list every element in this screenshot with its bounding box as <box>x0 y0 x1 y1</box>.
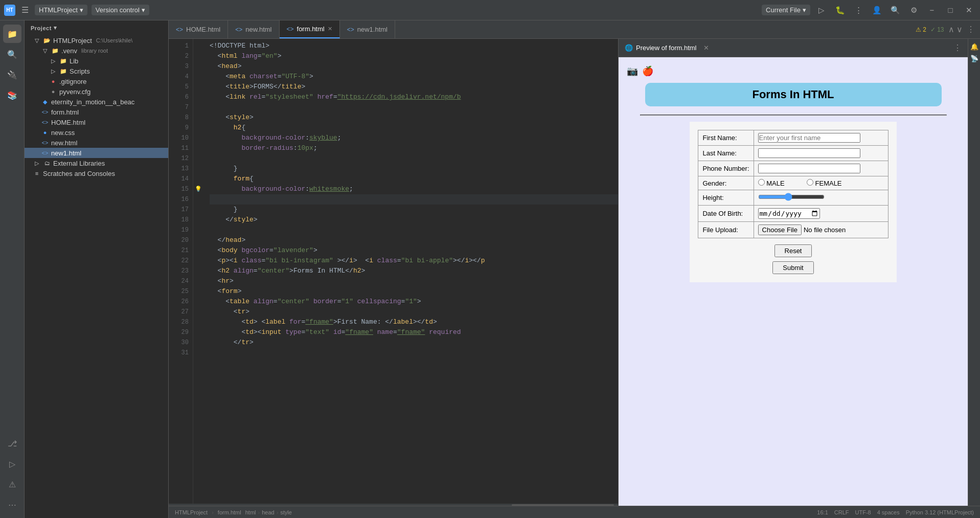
tab-close-icon[interactable]: ✕ <box>328 26 332 32</box>
maximize-button[interactable]: □ <box>943 3 958 17</box>
chevron-right-icon: ▷ <box>49 57 57 65</box>
activity-bar: 📁 🔍 🔌 📚 ⎇ ▷ ⚠ ⋯ <box>0 20 25 518</box>
activity-search-icon[interactable]: 🔍 <box>3 45 21 63</box>
preview-tab: 🌐 Preview of form.html ✕ <box>625 44 709 52</box>
folder-icon: 📁 <box>59 67 67 75</box>
run-button[interactable]: ▷ <box>814 3 829 17</box>
chevron-down-icon: ▾ <box>54 25 57 31</box>
file-icon: ● <box>49 87 57 96</box>
gender-male-radio[interactable] <box>758 179 765 186</box>
tree-item-new1-html[interactable]: <> new1.html <box>25 148 168 158</box>
code-line: } <box>210 164 618 174</box>
code-lines[interactable]: <!DOCTYPE html> <html lang="en"> <head> … <box>203 39 618 504</box>
code-line: <table align="center" border="1" cellspa… <box>210 297 618 307</box>
tree-item-venv[interactable]: ▽ 📁 .venv library root <box>25 46 168 56</box>
preview-content: 📷 🍎 Forms In HTML First Name: <box>619 57 968 506</box>
preview-form-container: Forms In HTML First Name: Last Name: <box>627 83 960 282</box>
language-selector[interactable]: Python 3.12 (HTMLProject) <box>906 509 974 515</box>
file-tree-header: Project ▾ <box>25 20 168 35</box>
tree-item-external-libs[interactable]: ▷ 🗂 External Libraries <box>25 158 168 168</box>
html-file-icon: <> <box>41 139 49 147</box>
dob-input[interactable] <box>758 208 820 219</box>
code-line: <head> <box>210 61 618 72</box>
code-line: </style> <box>210 215 618 225</box>
vcs-selector[interactable]: Version control ▾ <box>92 5 149 15</box>
folder-icon: 📂 <box>43 36 51 44</box>
code-line: <link rel="stylesheet" href="https://cdn… <box>210 92 618 102</box>
tree-item-lib[interactable]: ▷ 📁 Lib <box>25 56 168 66</box>
activity-plugins-icon[interactable]: 🔌 <box>3 65 21 84</box>
more-options-button[interactable]: ⋮ <box>851 3 865 17</box>
profile-button[interactable]: 👤 <box>870 3 884 17</box>
tab-more-button[interactable]: ⚠ 2 ✓ 13 ∧ ∨ ⋮ <box>910 20 980 38</box>
code-line <box>210 348 618 358</box>
search-button[interactable]: 🔍 <box>888 3 902 17</box>
encoding[interactable]: UTF-8 <box>855 509 871 515</box>
gender-female-radio[interactable] <box>807 179 813 186</box>
height-slider[interactable] <box>758 193 825 201</box>
file-status[interactable]: form.html <box>218 509 241 515</box>
code-line <box>210 225 618 235</box>
activity-files-icon[interactable]: 📁 <box>3 25 21 43</box>
form-table: First Name: Last Name: Phone Number: <box>698 130 888 238</box>
activity-git-icon[interactable]: ⎇ <box>3 434 21 453</box>
tree-item-scratches[interactable]: ≡ Scratches and Consoles <box>25 168 168 178</box>
tab-options-icon[interactable]: ⋮ <box>967 25 975 34</box>
tree-item-image[interactable]: ◆ eternity_in_motion__a_beac <box>25 97 168 107</box>
project-selector[interactable]: HTMLProject ▾ <box>35 5 87 15</box>
minimize-button[interactable]: − <box>925 3 939 17</box>
tab-new1-html[interactable]: <> new1.html <box>340 20 395 38</box>
settings-button[interactable]: ⚙ <box>906 3 921 17</box>
instagram-icon: 📷 <box>627 65 638 77</box>
phone-input[interactable] <box>758 164 860 173</box>
tree-item-gitignore[interactable]: ● .gitignore <box>25 76 168 86</box>
activity-notifications-icon[interactable]: ⚠ <box>3 475 21 493</box>
submit-button[interactable]: Submit <box>772 261 813 274</box>
activity-more-icon[interactable]: ⋯ <box>3 496 21 514</box>
code-line: <td> <label for="fname">First Name: </la… <box>210 317 618 327</box>
preview-more-icon[interactable]: ⋮ <box>953 43 962 53</box>
preview-close-icon[interactable]: ✕ <box>703 44 709 52</box>
first-name-input[interactable] <box>758 133 860 143</box>
activity-layers-icon[interactable]: 📚 <box>3 86 21 104</box>
close-button[interactable]: ✕ <box>962 3 976 17</box>
code-editor[interactable]: 12345 678910 1112131415 1617181920 21222… <box>169 39 619 506</box>
tree-item-form-html[interactable]: <> form.html <box>25 107 168 117</box>
preview-form[interactable]: First Name: Last Name: Phone Number: <box>690 122 896 282</box>
gutter-bulb-icon[interactable]: 💡 <box>193 184 203 194</box>
code-line: <form> <box>210 286 618 297</box>
tab-home-html[interactable]: <> HOME.html <box>169 20 228 38</box>
antenna-icon[interactable]: 📡 <box>970 55 978 62</box>
reset-button[interactable]: Reset <box>774 244 812 257</box>
editor-preview-split: 12345 678910 1112131415 1617181920 21222… <box>169 39 980 506</box>
hamburger-menu[interactable]: ☰ <box>19 3 31 17</box>
current-file-selector[interactable]: Current File ▾ <box>762 5 810 15</box>
code-line: form{ <box>210 174 618 184</box>
indent-setting[interactable]: 4 spaces <box>877 509 900 515</box>
notifications-icon[interactable]: 🔔 <box>970 43 978 51</box>
tree-item-htmlproject[interactable]: ▽ 📂 HTMLProject C:\Users\khile\ <box>25 35 168 46</box>
tree-item-scripts[interactable]: ▷ 📁 Scripts <box>25 66 168 76</box>
file-upload-input[interactable] <box>758 224 884 235</box>
cursor-position[interactable]: 16:1 <box>817 509 828 515</box>
chevron-down-icon: ▾ <box>80 6 83 14</box>
code-line: background-color:whitesmoke; <box>210 184 618 194</box>
line-ending[interactable]: CRLF <box>834 509 849 515</box>
main-layout: 📁 🔍 🔌 📚 ⎇ ▷ ⚠ ⋯ Project ▾ ▽ 📂 HTMLProjec… <box>0 20 980 518</box>
project-status[interactable]: HTMLProject <box>175 509 208 515</box>
last-name-input[interactable] <box>758 148 860 158</box>
activity-run-icon[interactable]: ▷ <box>3 455 21 473</box>
debug-button[interactable]: 🐛 <box>833 3 847 17</box>
code-line: } <box>210 205 618 215</box>
code-line: <meta charset="UTF-8"> <box>210 72 618 82</box>
folder-icon: 📁 <box>59 57 67 65</box>
tree-item-home-html[interactable]: <> HOME.html <box>25 117 168 127</box>
html-file-icon: <> <box>41 108 49 116</box>
tab-new-html[interactable]: <> new.html <box>228 20 279 38</box>
tree-item-new-css[interactable]: ● new.css <box>25 127 168 138</box>
tree-item-new-html[interactable]: <> new.html <box>25 138 168 148</box>
tree-item-pyvenv[interactable]: ● pyvenv.cfg <box>25 86 168 97</box>
tab-form-html[interactable]: <> form.html ✕ <box>280 20 340 38</box>
apple-icon: 🍎 <box>642 65 653 77</box>
code-line: <title>FORMS</title> <box>210 82 618 92</box>
